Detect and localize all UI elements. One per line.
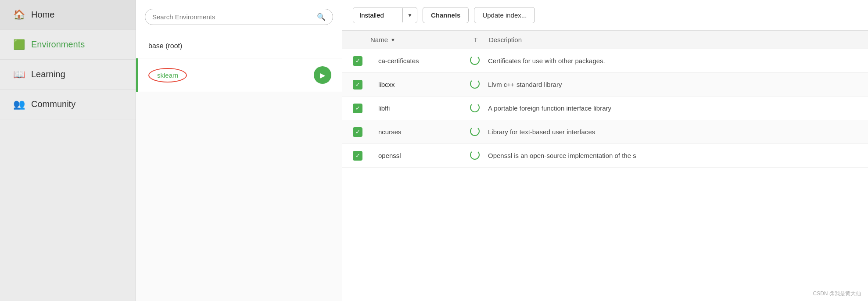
packages-list: ✓ ca-certificates Certificates for use w… — [342, 49, 868, 168]
sidebar-item-community-label: Community — [31, 99, 75, 109]
pkg-check-2[interactable]: ✓ — [353, 104, 370, 113]
col-name-header[interactable]: Name ▼ — [370, 36, 467, 43]
search-input[interactable] — [152, 13, 313, 21]
loading-icon — [470, 150, 480, 160]
play-button[interactable]: ▶ — [314, 66, 331, 84]
search-wrapper: 🔍 — [145, 9, 333, 25]
pkg-type-3 — [466, 126, 484, 137]
table-row: ✓ libffi A portable foreign function int… — [342, 97, 868, 120]
chevron-down-icon: ▼ — [402, 8, 417, 22]
env-name-base: base (root) — [148, 42, 331, 50]
pkg-check-1[interactable]: ✓ — [353, 80, 370, 90]
pkg-desc-3: Library for text-based user interfaces — [488, 128, 857, 136]
col-desc-header: Description — [489, 36, 857, 43]
channels-button[interactable]: Channels — [423, 7, 469, 23]
sidebar: 🏠 Home 🟩 Environments 📖 Learning 👥 Commu… — [0, 0, 136, 301]
filter-select-wrapper: Installed Not Installed Updatable All ▼ — [353, 7, 417, 23]
environments-icon: 🟩 — [13, 40, 25, 50]
table-header: Name ▼ T Description — [342, 31, 868, 49]
watermark: CSDN @我是黄大仙 — [813, 290, 861, 297]
pkg-name-0: ca-certificates — [378, 57, 466, 64]
search-bar: 🔍 — [136, 0, 342, 34]
pkg-type-1 — [466, 79, 484, 90]
env-name-sklearn-circle: sklearn — [148, 68, 187, 82]
filter-select[interactable]: Installed Not Installed Updatable All — [353, 7, 402, 23]
update-index-button[interactable]: Update index... — [474, 7, 535, 23]
pkg-desc-2: A portable foreign function interface li… — [488, 104, 857, 112]
sidebar-item-environments-label: Environments — [31, 39, 85, 50]
pkg-check-3[interactable]: ✓ — [353, 127, 370, 137]
pkg-check-0[interactable]: ✓ — [353, 56, 370, 66]
search-icon: 🔍 — [317, 13, 326, 21]
env-name-sklearn: sklearn — [148, 68, 314, 82]
loading-icon — [470, 126, 480, 136]
checked-icon: ✓ — [353, 56, 362, 66]
environments-panel: 🔍 base (root) sklearn ▶ — [136, 0, 342, 301]
loading-icon — [470, 55, 480, 65]
loading-icon — [470, 79, 480, 89]
community-icon: 👥 — [13, 100, 25, 109]
env-list-item-sklearn[interactable]: sklearn ▶ — [136, 58, 342, 92]
checked-icon: ✓ — [353, 127, 362, 137]
col-type-header: T — [467, 36, 484, 43]
pkg-desc-1: Llvm c++ standard library — [488, 81, 857, 88]
packages-toolbar: Installed Not Installed Updatable All ▼ … — [342, 0, 868, 31]
pkg-name-2: libffi — [378, 104, 466, 112]
sidebar-item-learning[interactable]: 📖 Learning — [0, 60, 136, 90]
sidebar-item-environments[interactable]: 🟩 Environments — [0, 30, 136, 60]
pkg-type-2 — [466, 103, 484, 114]
pkg-type-0 — [466, 55, 484, 66]
learning-icon: 📖 — [13, 70, 25, 79]
table-row: ✓ ca-certificates Certificates for use w… — [342, 49, 868, 73]
sort-icon: ▼ — [391, 37, 395, 43]
home-icon: 🏠 — [13, 10, 25, 20]
pkg-name-3: ncurses — [378, 128, 466, 136]
checked-icon: ✓ — [353, 80, 362, 90]
pkg-name-4: openssl — [378, 152, 466, 159]
sidebar-item-learning-label: Learning — [31, 69, 65, 79]
packages-panel: Installed Not Installed Updatable All ▼ … — [342, 0, 868, 301]
pkg-name-1: libcxx — [378, 81, 466, 88]
loading-icon — [470, 103, 480, 112]
sidebar-item-home[interactable]: 🏠 Home — [0, 0, 136, 30]
checked-icon: ✓ — [353, 151, 362, 161]
pkg-type-4 — [466, 150, 484, 161]
pkg-desc-0: Certificates for use with other packages… — [488, 57, 857, 64]
table-row: ✓ openssl Openssl is an open-source impl… — [342, 144, 868, 168]
env-list-item-base[interactable]: base (root) — [136, 34, 342, 58]
table-row: ✓ libcxx Llvm c++ standard library — [342, 73, 868, 97]
sidebar-item-home-label: Home — [31, 10, 54, 20]
table-row: ✓ ncurses Library for text-based user in… — [342, 120, 868, 144]
sidebar-item-community[interactable]: 👥 Community — [0, 90, 136, 119]
checked-icon: ✓ — [353, 104, 362, 113]
pkg-check-4[interactable]: ✓ — [353, 151, 370, 161]
pkg-desc-4: Openssl is an open-source implementation… — [488, 152, 857, 159]
